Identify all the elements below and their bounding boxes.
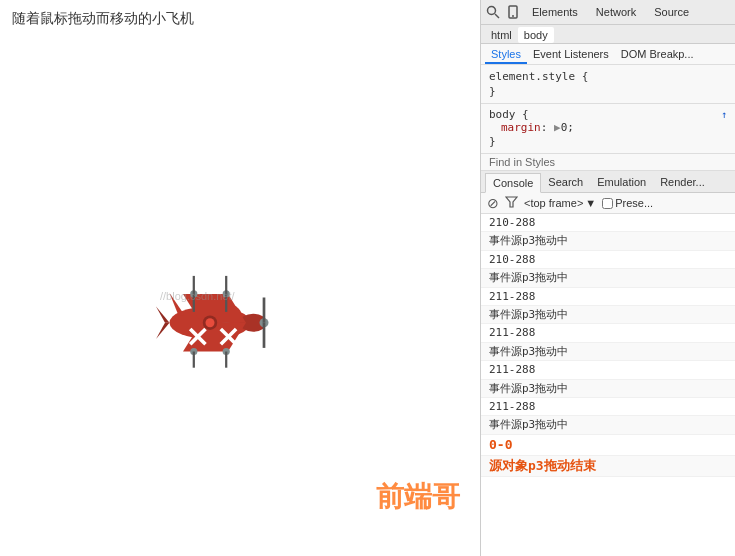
frame-selector[interactable]: <top frame> ▼ [524, 197, 596, 209]
console-entry: 事件源p3拖动中 [481, 232, 735, 250]
plane-container [120, 260, 300, 383]
console-toolbar: ⊘ <top frame> ▼ Prese... [481, 193, 735, 214]
tab-html[interactable]: html [485, 27, 518, 43]
console-entry: 事件源p3拖动中 [481, 306, 735, 324]
search-icon[interactable] [485, 4, 501, 20]
page-title: 随着鼠标拖动而移动的小飞机 [0, 0, 480, 38]
console-entry: 211-288 [481, 361, 735, 379]
devtools-toolbar: Elements Network Source [481, 0, 735, 25]
bottom-panel-tabs: Console Search Emulation Render... [481, 171, 735, 193]
tab-source[interactable]: Source [647, 3, 696, 21]
find-in-styles-bar: Find in Styles [481, 154, 735, 171]
console-entry: 事件源p3拖动中 [481, 269, 735, 287]
tab-event-listeners[interactable]: Event Listeners [527, 46, 615, 64]
plane-image [120, 260, 300, 380]
console-entry: 事件源p3拖动中 [481, 343, 735, 361]
watermark: //blog.csdn.net/ [160, 290, 235, 302]
tab-dom-breakpoints[interactable]: DOM Breakp... [615, 46, 700, 64]
svg-line-29 [495, 14, 499, 18]
svg-point-27 [206, 318, 215, 327]
body-selector: body { [489, 108, 529, 121]
element-style-block: element.style { } [481, 65, 735, 104]
watermark-brand: 前端哥 [376, 478, 460, 516]
element-selector-tabs: html body [481, 25, 735, 44]
tab-console[interactable]: Console [485, 173, 541, 193]
element-style-selector: element.style { [489, 69, 727, 84]
console-entry: 0-0 [481, 435, 735, 456]
console-entry: 210-288 [481, 251, 735, 269]
tab-network[interactable]: Network [589, 3, 643, 21]
clear-console-icon[interactable]: ⊘ [487, 195, 499, 211]
tab-search[interactable]: Search [541, 173, 590, 192]
console-entry: 211-288 [481, 324, 735, 342]
console-entry: 211-288 [481, 398, 735, 416]
console-entry: 事件源p3拖动中 [481, 416, 735, 434]
console-entry: 源对象p3拖动结束 [481, 456, 735, 477]
svg-marker-5 [156, 323, 170, 339]
element-style-close: } [489, 84, 727, 99]
tab-emulation[interactable]: Emulation [590, 173, 653, 192]
svg-marker-4 [156, 307, 170, 323]
styles-subtabs: Styles Event Listeners DOM Breakp... [481, 44, 735, 65]
webpage-panel: 随着鼠标拖动而移动的小飞机 [0, 0, 480, 556]
mobile-icon[interactable] [505, 4, 521, 20]
console-entry: 211-288 [481, 288, 735, 306]
tab-rendering[interactable]: Render... [653, 173, 712, 192]
console-output: 210-288事件源p3拖动中210-288事件源p3拖动中211-288事件源… [481, 214, 735, 556]
console-entry: 事件源p3拖动中 [481, 380, 735, 398]
svg-point-28 [488, 7, 496, 15]
console-entry: 210-288 [481, 214, 735, 232]
rule-source: ↑ [721, 109, 727, 120]
filter-icon[interactable] [505, 195, 518, 211]
tab-body[interactable]: body [518, 27, 554, 43]
body-rule-close: } [489, 134, 727, 149]
margin-property: margin: ▶0; [489, 121, 727, 134]
body-rule-block: body { ↑ margin: ▶0; } [481, 104, 735, 154]
tab-elements[interactable]: Elements [525, 3, 585, 21]
preserve-log-checkbox[interactable]: Prese... [602, 197, 653, 209]
tab-styles[interactable]: Styles [485, 46, 527, 64]
svg-marker-32 [506, 197, 517, 207]
devtools-panel: Elements Network Source html body Styles… [480, 0, 735, 556]
